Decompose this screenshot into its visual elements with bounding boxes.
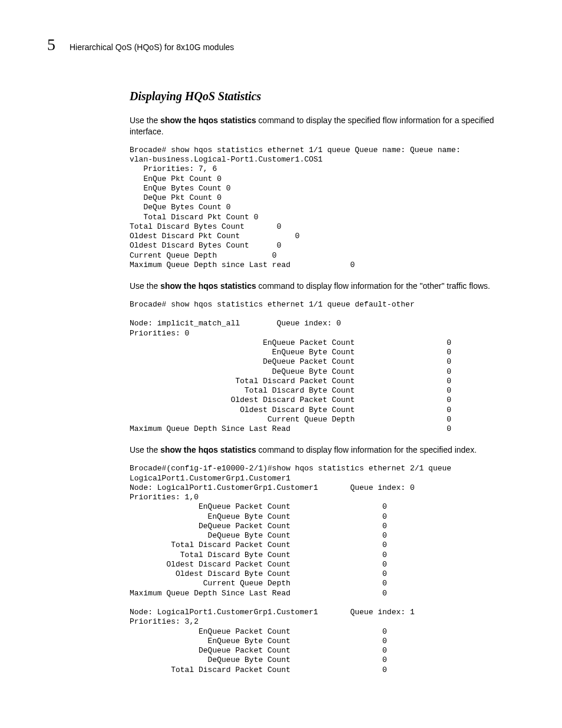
code-block-1: Brocade# show hqos statistics ethernet 1…	[130, 146, 515, 270]
page-header: 5 Hierarchical QoS (HQoS) for 8x10G modu…	[47, 35, 515, 54]
p2-post: command to display flow information for …	[256, 281, 490, 291]
p2-pre: Use the	[130, 281, 160, 291]
paragraph-2: Use the show the hqos statistics command…	[130, 281, 515, 292]
paragraph-1: Use the show the hqos statistics command…	[130, 115, 515, 137]
section-title: Displaying HQoS Statistics	[130, 90, 515, 103]
chapter-title: Hierarchical QoS (HQoS) for 8x10G module…	[70, 42, 234, 52]
p2-command: show the hqos statistics	[160, 281, 256, 291]
code-block-3: Brocade#(config-if-e10000-2/1)#show hqos…	[130, 464, 515, 675]
p3-post: command to display flow information for …	[256, 445, 477, 454]
p3-command: show the hqos statistics	[160, 445, 256, 454]
code-block-2: Brocade# show hqos statistics ethernet 1…	[130, 300, 515, 434]
chapter-number: 5	[47, 35, 55, 54]
p3-pre: Use the	[130, 445, 160, 454]
main-content: Displaying HQoS Statistics Use the show …	[130, 90, 515, 675]
p1-pre: Use the	[130, 116, 160, 125]
paragraph-3: Use the show the hqos statistics command…	[130, 444, 515, 456]
p1-command: show the hqos statistics	[160, 116, 256, 125]
